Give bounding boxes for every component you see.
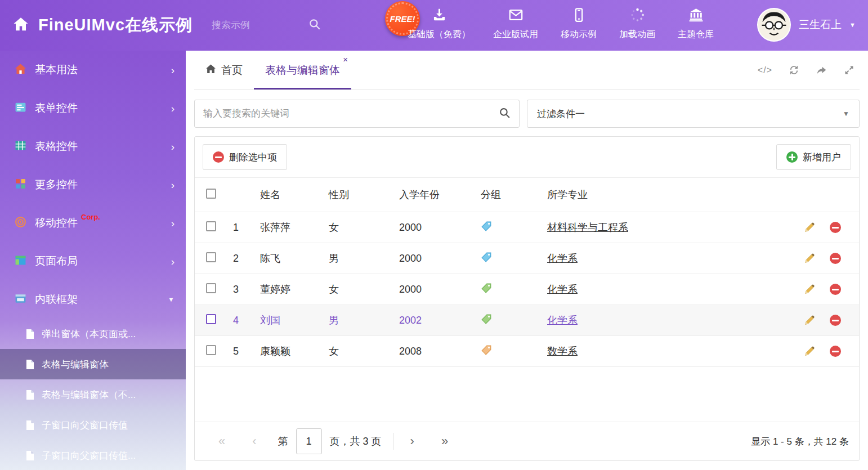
sidebar-item-page-layout[interactable]: 页面布局 › xyxy=(0,242,186,280)
row-group-cell xyxy=(481,283,547,297)
file-icon xyxy=(26,359,34,370)
share-icon[interactable] xyxy=(816,64,827,76)
home-icon xyxy=(205,64,216,77)
table-row[interactable]: 4 刘国 男 2002 化学系 xyxy=(195,305,859,336)
delete-selected-button[interactable]: 删除选中项 xyxy=(203,144,287,170)
row-year: 2002 xyxy=(399,315,481,326)
top-search-input[interactable] xyxy=(212,20,302,31)
nav-loading-animation[interactable]: 加载动画 xyxy=(619,7,655,41)
major-link[interactable]: 化学系 xyxy=(547,315,578,326)
chevron-down-icon: ▼ xyxy=(843,110,849,118)
table-row[interactable]: 3 董婷婷 女 2000 化学系 xyxy=(195,274,859,305)
row-checkbox[interactable] xyxy=(206,283,216,293)
delete-icon[interactable] xyxy=(830,253,841,264)
brand[interactable]: FineUIMvc在线示例 xyxy=(0,14,193,37)
spinner-icon xyxy=(630,7,645,25)
view-source-icon[interactable]: </> xyxy=(758,65,772,75)
plus-circle-icon xyxy=(786,151,798,163)
filter-dropdown[interactable]: 过滤条件一 ▼ xyxy=(527,100,860,128)
column-header[interactable]: 性别 xyxy=(329,188,399,202)
sidebar-item-form-controls[interactable]: 表单控件 › xyxy=(0,89,186,127)
select-all-checkbox[interactable] xyxy=(206,189,216,199)
nav-enterprise-trial[interactable]: 企业版试用 xyxy=(493,7,538,41)
major-link[interactable]: 化学系 xyxy=(547,253,578,264)
add-user-button[interactable]: 新增用户 xyxy=(776,144,851,170)
sidebar-subitem-child-to-parent[interactable]: 子窗口向父窗口传值 xyxy=(0,410,186,440)
row-group-cell xyxy=(481,314,547,328)
delete-icon[interactable] xyxy=(830,346,841,357)
search-icon[interactable] xyxy=(499,107,511,121)
chevron-right-icon: › xyxy=(171,218,175,229)
row-checkbox[interactable] xyxy=(206,252,216,262)
table-header-row: 姓名 性别 入学年份 分组 所学专业 xyxy=(195,177,859,212)
table-icon xyxy=(15,140,26,154)
row-name: 陈飞 xyxy=(260,252,329,265)
form-icon xyxy=(15,101,26,115)
avatar[interactable] xyxy=(757,8,791,42)
table-row[interactable]: 2 陈飞 男 2000 化学系 xyxy=(195,243,859,274)
tag-icon xyxy=(481,221,492,232)
row-index: 1 xyxy=(233,222,260,234)
row-checkbox[interactable] xyxy=(206,345,216,355)
search-icon[interactable] xyxy=(308,18,321,33)
nav-basic-free[interactable]: 基础版（免费） xyxy=(408,7,471,41)
mobile-icon xyxy=(571,7,587,25)
row-checkbox[interactable] xyxy=(206,314,216,324)
major-link[interactable]: 材料科学与工程系 xyxy=(547,222,628,233)
major-link[interactable]: 数学系 xyxy=(547,346,578,357)
tag-icon xyxy=(481,283,492,294)
column-header[interactable]: 入学年份 xyxy=(399,188,481,202)
column-header[interactable]: 姓名 xyxy=(260,188,329,202)
delete-icon[interactable] xyxy=(830,222,841,233)
top-search xyxy=(212,18,330,33)
close-icon[interactable]: × xyxy=(343,55,348,64)
delete-icon[interactable] xyxy=(830,284,841,295)
first-page-button[interactable]: « xyxy=(205,435,239,447)
row-checkbox[interactable] xyxy=(206,221,216,231)
edit-icon[interactable] xyxy=(804,346,815,357)
fullscreen-icon[interactable] xyxy=(843,64,855,76)
last-page-button[interactable]: » xyxy=(428,435,462,447)
tag-icon xyxy=(481,314,492,325)
edit-icon[interactable] xyxy=(804,253,815,264)
sidebar-subitem-child-to-parent-2[interactable]: 子窗口向父窗口传值... xyxy=(0,440,186,470)
page-number-input[interactable] xyxy=(296,428,322,454)
nav-mobile-demo[interactable]: 移动示例 xyxy=(561,7,597,41)
refresh-icon[interactable] xyxy=(788,64,800,76)
row-name: 董婷婷 xyxy=(260,283,329,296)
tab-grid-edit-window[interactable]: 表格与编辑窗体 × xyxy=(254,51,351,89)
user-menu[interactable]: 三生石上 ▼ xyxy=(757,8,856,42)
sidebar-item-more-controls[interactable]: 更多控件 › xyxy=(0,165,186,204)
tab-home[interactable]: 首页 xyxy=(194,51,254,89)
tag-icon xyxy=(481,344,492,356)
table-row[interactable]: 5 康颖颖 女 2008 数学系 xyxy=(195,336,859,367)
envelope-icon xyxy=(508,7,524,25)
row-year: 2000 xyxy=(399,253,481,265)
chevron-right-icon: › xyxy=(171,180,175,190)
column-header[interactable]: 所学专业 xyxy=(547,188,775,202)
sidebar-item-inline-frame[interactable]: 内联框架 ▼ xyxy=(0,280,186,319)
sidebar-subitem-grid-edit-window[interactable]: 表格与编辑窗体 xyxy=(0,349,186,379)
sidebar-subitem-grid-edit-window-2[interactable]: 表格与编辑窗体（不... xyxy=(0,379,186,410)
column-header[interactable]: 分组 xyxy=(481,188,547,202)
edit-icon[interactable] xyxy=(804,284,815,295)
edit-icon[interactable] xyxy=(804,222,815,233)
widgets-icon xyxy=(15,178,26,192)
next-page-button[interactable]: › xyxy=(397,435,428,447)
delete-icon[interactable] xyxy=(830,315,841,326)
sidebar-item-grid-controls[interactable]: 表格控件 › xyxy=(0,127,186,165)
chevron-down-icon: ▼ xyxy=(849,21,856,28)
edit-icon[interactable] xyxy=(804,315,815,326)
nav-theme-store[interactable]: 主题仓库 xyxy=(678,7,714,41)
app-title: FineUIMvc在线示例 xyxy=(38,14,193,37)
table-row[interactable]: 1 张萍萍 女 2000 材料科学与工程系 xyxy=(195,212,859,243)
sidebar-subitem-popup-window[interactable]: 弹出窗体（本页面或... xyxy=(0,319,186,349)
file-icon xyxy=(26,390,34,400)
sidebar-item-mobile-controls[interactable]: 移动控件 Corp. › xyxy=(0,204,186,242)
major-link[interactable]: 化学系 xyxy=(547,284,578,295)
grid-toolbar: 删除选中项 新增用户 xyxy=(195,137,859,177)
sidebar-item-basic-usage[interactable]: 基本用法 › xyxy=(0,51,186,89)
keyword-search-input[interactable] xyxy=(203,108,499,119)
prev-page-button[interactable]: ‹ xyxy=(239,435,270,447)
row-gender: 女 xyxy=(329,283,399,296)
